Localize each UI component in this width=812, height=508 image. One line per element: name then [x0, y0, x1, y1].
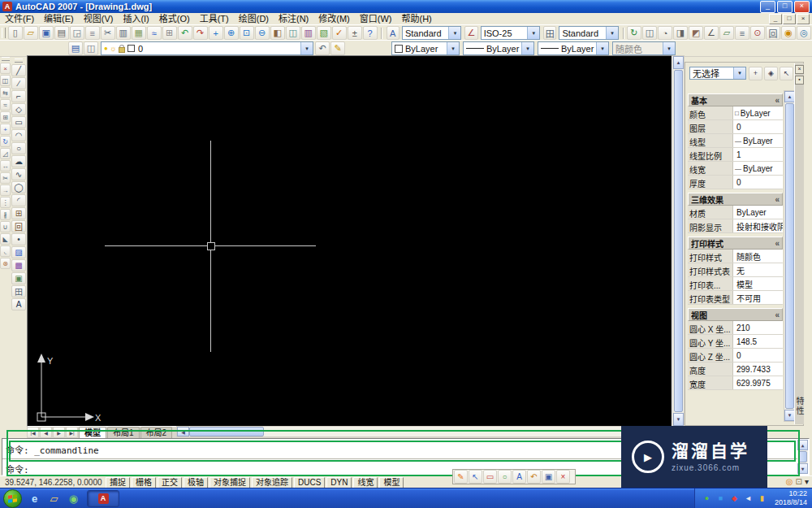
hatch-icon[interactable]: ▨ — [11, 246, 26, 258]
select-arrow-icon[interactable]: ↖ — [469, 470, 482, 484]
selection-dropdown[interactable]: 无选择 ▾ — [689, 67, 746, 80]
status-toggle-button[interactable]: 捕捉 — [106, 477, 130, 488]
menu-item[interactable]: 工具(T) — [195, 13, 234, 24]
browser-icon[interactable]: ◉ — [67, 492, 80, 506]
block-editor-icon[interactable]: ⊞ — [162, 26, 177, 40]
toggle-pickadd-button[interactable]: + — [749, 67, 762, 80]
prop-linetype-scale[interactable]: 线型比例 1 — [688, 148, 783, 162]
text-tool-icon[interactable]: A — [512, 470, 526, 484]
construction-line-icon[interactable]: ∕ — [11, 77, 26, 89]
undo-tool-icon[interactable]: ↶ — [527, 470, 541, 484]
palette-close-button[interactable]: × — [795, 65, 804, 74]
prop-layer[interactable]: 图层 0 — [688, 120, 783, 134]
scroll-down-arrow-icon[interactable]: ▼ — [797, 463, 808, 474]
toolbar-grip[interactable] — [2, 57, 10, 61]
copy-object-icon[interactable]: ◫ — [0, 75, 11, 86]
status-toggle-button[interactable]: 线宽 — [353, 477, 378, 488]
prop-plot-style[interactable]: 打印样式 随颜色 — [688, 250, 783, 263]
id-point-icon[interactable]: ⊙ — [750, 26, 765, 40]
start-button[interactable] — [3, 489, 22, 508]
doc-restore-button[interactable]: □ — [783, 14, 796, 24]
scroll-down-arrow-icon[interactable]: ▼ — [673, 413, 684, 426]
distance-icon[interactable]: ∠ — [704, 26, 719, 40]
menu-item[interactable]: 帮助(H) — [397, 13, 437, 24]
status-toggle-button[interactable]: DYN — [326, 477, 352, 488]
visual-styles-icon[interactable]: ◨ — [673, 26, 688, 40]
render-icon[interactable]: ◩ — [689, 26, 703, 40]
menu-item[interactable]: 绘图(D) — [234, 13, 274, 24]
gradient-icon[interactable]: ▩ — [11, 259, 26, 271]
plot-icon[interactable]: ▤ — [54, 26, 69, 40]
toolbar-grip[interactable] — [2, 28, 6, 38]
minimize-button[interactable]: _ — [760, 1, 775, 13]
update-tray-icon[interactable]: ■ — [715, 493, 726, 504]
chamfer-icon[interactable]: ◣ — [0, 233, 11, 245]
properties-icon[interactable]: ◧ — [270, 26, 285, 40]
antivirus-tray-icon[interactable]: ◆ — [729, 493, 740, 504]
erase-icon[interactable]: × — [0, 63, 11, 74]
table-style-dropdown[interactable]: Standard ▾ — [559, 26, 619, 40]
tab-layout2[interactable]: 布局2 — [140, 427, 173, 438]
collapse-chevron-icon[interactable]: « — [775, 310, 780, 319]
table-style-icon[interactable]: 田 — [543, 26, 556, 40]
insert-block-icon[interactable]: ⊞ — [11, 207, 26, 219]
save-icon[interactable]: ▣ — [39, 26, 54, 40]
break-icon[interactable]: ∦ — [0, 209, 11, 220]
designcenter-icon[interactable]: ◫ — [286, 26, 300, 40]
status-toggle-button[interactable]: 模型 — [379, 477, 404, 488]
section-header-view[interactable]: 视图 « — [688, 308, 783, 321]
annotate-pen-icon[interactable]: ✎ — [454, 470, 468, 484]
tab-nav-first[interactable]: |◀ — [27, 427, 39, 438]
folder-icon[interactable]: ▱ — [47, 492, 61, 506]
tab-nav-last[interactable]: ▶| — [66, 427, 78, 438]
menu-item[interactable]: 视图(V) — [79, 13, 119, 24]
section-header-3d[interactable]: 三维效果 « — [688, 193, 783, 206]
dropdown-arrow-icon[interactable]: ▾ — [521, 42, 533, 54]
layer-dropdown[interactable]: ● ☼ 0 ▾ — [101, 41, 313, 55]
scroll-left-arrow-icon[interactable]: ◀ — [177, 427, 189, 436]
prop-thickness[interactable]: 厚度 0 — [688, 176, 783, 189]
close-tool-icon[interactable]: × — [556, 470, 570, 484]
plot-preview-icon[interactable]: ◲ — [70, 26, 84, 40]
prop-center-z[interactable]: 圆心 Z 坐... 0 — [688, 349, 783, 363]
prop-center-y[interactable]: 圆心 Y 坐... 148.5 — [688, 335, 783, 349]
command-input-line[interactable]: 命令: — [6, 462, 29, 475]
menu-item[interactable]: 修改(M) — [313, 13, 355, 24]
menu-item[interactable]: 窗口(W) — [355, 13, 397, 24]
polyline-icon[interactable]: ⌐ — [11, 90, 26, 102]
infocenter-icon[interactable]: ◉ — [781, 26, 796, 40]
mirror-icon[interactable]: ⇆ — [0, 87, 11, 98]
status-lock-icon[interactable]: ⊡ — [796, 477, 802, 486]
list-icon[interactable]: ≡ — [735, 26, 749, 40]
arc-icon[interactable]: ◠ — [11, 129, 26, 141]
text-style-icon[interactable]: A — [387, 26, 400, 40]
menu-item[interactable]: 文件(F) — [0, 13, 39, 24]
scroll-up-arrow-icon[interactable]: ▲ — [797, 440, 808, 450]
status-toggle-button[interactable]: 栅格 — [132, 477, 156, 488]
color-dropdown[interactable]: ByLayer ▾ — [391, 41, 460, 55]
prop-plot-table-type[interactable]: 打印表类型 不可用 — [688, 291, 783, 305]
dim-style-icon[interactable]: ∠ — [464, 26, 477, 40]
layer-on-icon[interactable]: ● — [104, 45, 108, 52]
section-header-plotstyle[interactable]: 打印样式 « — [688, 237, 783, 250]
close-button[interactable]: × — [794, 1, 810, 13]
markup-set-manager-icon[interactable]: ✓ — [332, 26, 347, 40]
rotate-icon[interactable]: ↻ — [0, 136, 11, 147]
join-icon[interactable]: ∪ — [0, 221, 11, 232]
ellipse-arc-icon[interactable]: ◜ — [11, 194, 26, 206]
prop-linetype[interactable]: 线型 —ByLayer — [688, 134, 783, 148]
cut-icon[interactable]: ✂ — [101, 26, 115, 40]
menu-item[interactable]: 格式(O) — [154, 13, 195, 24]
pan-realtime-icon[interactable]: + — [209, 26, 223, 40]
plot-style-dropdown[interactable]: 随颜色 ▾ — [612, 41, 676, 55]
scroll-thumb[interactable] — [189, 427, 264, 436]
point-icon[interactable]: • — [11, 233, 26, 245]
zoom-window-icon[interactable]: ⊡ — [240, 26, 254, 40]
multiline-text-icon[interactable]: A — [11, 298, 26, 310]
save-tool-icon[interactable]: ▣ — [542, 470, 555, 484]
break-at-point-icon[interactable]: ⋮ — [0, 197, 11, 208]
undo-icon[interactable]: ↶ — [178, 26, 192, 40]
scroll-thumb[interactable] — [674, 70, 683, 412]
status-toggle-button[interactable]: 正交 — [158, 477, 182, 488]
fillet-icon[interactable]: ◟ — [0, 245, 11, 257]
